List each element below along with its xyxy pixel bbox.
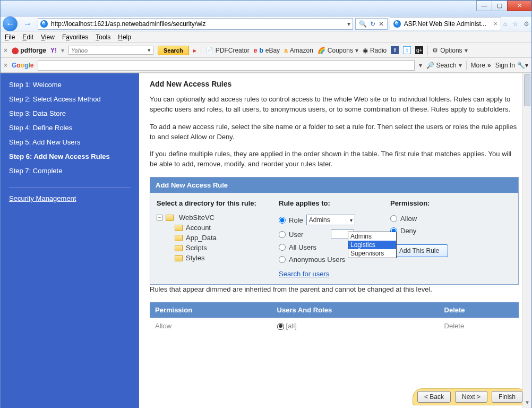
col-permission: Permission (150, 302, 272, 318)
intro-paragraph-1: You can optionally add access rules to c… (150, 95, 519, 115)
menu-view[interactable]: View (41, 33, 55, 41)
next-button[interactable]: Next > (455, 391, 487, 403)
tree-root-label: WebSiteVC (177, 214, 221, 222)
facebook-icon[interactable]: f (391, 46, 399, 54)
stop-button[interactable]: ✕ (379, 20, 384, 28)
role-option-admins[interactable]: Admins (348, 232, 396, 241)
coupons-link[interactable]: 🌈 Coupons (318, 47, 358, 54)
tab-title: ASP.Net Web Site Administ... (404, 20, 486, 28)
tree-node-styles[interactable]: Styles (157, 253, 273, 263)
minimize-button[interactable]: — (476, 1, 492, 11)
twitter-icon[interactable]: t (403, 46, 411, 54)
intro-paragraph-3: If you define multiple rules, they are a… (150, 149, 519, 169)
role-select[interactable]: Admins (306, 215, 355, 225)
finish-button[interactable]: Finish (492, 391, 522, 403)
add-rule-panel: Add New Access Rule Select a directory f… (150, 177, 519, 285)
tab-strip: ASP.Net Web Site Administ... × (390, 18, 501, 30)
ebay-link[interactable]: eb eBay (254, 47, 280, 54)
search-users-link[interactable]: Search for users (279, 270, 329, 278)
step-2[interactable]: Step 2: Select Access Method (1, 92, 139, 106)
maximize-button[interactable]: ▢ (492, 1, 508, 11)
search-icon[interactable]: 🔍 (359, 20, 367, 28)
step-3[interactable]: Step 3: Data Store (1, 106, 139, 121)
browser-tab[interactable]: ASP.Net Web Site Administ... × (390, 18, 501, 30)
deny-label: Deny (400, 227, 416, 235)
scrollbar[interactable]: ▲ ▼ (522, 73, 531, 408)
more-button[interactable]: More » (471, 62, 491, 69)
tree-node-scripts[interactable]: Scripts (157, 243, 273, 253)
step-6[interactable]: Step 6: Add New Access Rules (1, 149, 139, 164)
tree-root[interactable]: − WebSiteVC (157, 212, 273, 223)
menu-file[interactable]: File (5, 33, 15, 41)
titlebar: — ▢ ✕ (1, 1, 531, 16)
scroll-down-icon[interactable]: ▼ (523, 400, 531, 408)
allusers-radio[interactable] (279, 244, 286, 251)
refresh-button[interactable]: ↻ (370, 20, 375, 28)
dropdown-icon[interactable]: ▾ (347, 20, 350, 28)
toolbar-close-icon[interactable]: × (4, 62, 7, 69)
step-5[interactable]: Step 5: Add New Users (1, 135, 139, 149)
dropdown-icon[interactable]: ▾ (419, 62, 422, 69)
col-users-roles: Users And Roles (272, 302, 439, 318)
security-management-link[interactable]: Security Management (1, 191, 139, 206)
directory-label: Select a directory for this rule: (157, 199, 273, 207)
folder-icon (166, 215, 174, 221)
settings-icon[interactable]: ⚙ (524, 20, 529, 28)
role-option-logistics[interactable]: Logistics (348, 241, 396, 249)
cell-delete[interactable]: Delete (439, 318, 519, 334)
radio-link[interactable]: ◉ Radio (363, 47, 387, 54)
signin-button[interactable]: Sign In 🔧▾ (495, 62, 528, 69)
collapse-icon[interactable]: − (157, 215, 162, 220)
browser-navbar: ← → ▾ 🔍 ↻ ✕ ASP.Net Web Site Administ...… (1, 16, 531, 31)
allow-label: Allow (400, 215, 417, 223)
tab-close-icon[interactable]: × (494, 20, 497, 28)
add-rule-button[interactable]: Add This Rule (390, 244, 448, 257)
close-button[interactable]: ✕ (507, 1, 531, 11)
pdfcreator-link[interactable]: 📄 PDFCreator (205, 47, 250, 54)
step-4[interactable]: Step 4: Define Roles (1, 121, 139, 135)
tree-node-appdata[interactable]: App_Data (157, 233, 273, 243)
toolbar-close-icon[interactable]: × (4, 47, 7, 54)
home-icon[interactable]: ⌂ (503, 20, 507, 28)
intro-paragraph-2: To add a new access rule, select the sit… (150, 122, 519, 142)
menu-help[interactable]: Help (118, 33, 131, 41)
permission-label: Permission: (390, 199, 475, 207)
step-7[interactable]: Step 7: Complete (1, 164, 139, 178)
back-button[interactable]: ← (3, 16, 18, 31)
address-bar[interactable]: ▾ (38, 18, 353, 30)
allow-radio[interactable] (390, 215, 397, 222)
yahoo-search-input[interactable]: Yahoo (68, 46, 153, 55)
permission-column: Permission: Allow Deny Add This Rule (390, 199, 475, 278)
tree-node-account[interactable]: Account (157, 223, 273, 233)
menu-edit[interactable]: Edit (22, 33, 33, 41)
directory-tree: − WebSiteVC Account App_Data Scripts Sty… (157, 212, 273, 263)
forward-button[interactable]: → (20, 17, 36, 31)
step-1[interactable]: Step 1: Welcome (1, 78, 139, 92)
yahoo-search-button[interactable]: Search (158, 46, 189, 55)
folder-icon (175, 255, 183, 261)
wizard-nav: < Back Next > Finish (413, 388, 527, 405)
google-search-input[interactable] (38, 60, 414, 71)
options-link[interactable]: ⚙ Options (432, 47, 467, 54)
menu-tools[interactable]: Tools (96, 33, 110, 41)
url-input[interactable] (50, 20, 345, 28)
user-radio[interactable] (279, 231, 286, 238)
menu-favorites[interactable]: Favorites (62, 33, 88, 41)
nav-arrow-icon[interactable]: ▸ (193, 47, 196, 54)
sidebar: Step 1: Welcome Step 2: Select Access Me… (1, 73, 139, 408)
folder-icon (175, 245, 183, 251)
scroll-thumb[interactable] (524, 74, 530, 106)
user-label: User (289, 231, 303, 239)
google-search-button[interactable]: 🔎 Search (426, 62, 462, 69)
favorites-icon[interactable]: ☆ (512, 20, 518, 28)
amazon-link[interactable]: a Amazon (284, 47, 313, 54)
rules-table: Permission Users And Roles Delete Allow … (150, 302, 519, 334)
back-button[interactable]: < Back (417, 391, 451, 403)
directory-column: Select a directory for this rule: − WebS… (157, 199, 273, 278)
pdfforge-toolbar: × ⬤ pdfforge Y! ▾ Yahoo Search ▸ 📄 PDFCr… (1, 43, 531, 58)
anon-radio[interactable] (279, 256, 286, 263)
role-option-supervisors[interactable]: Supervisors (348, 249, 396, 258)
role-radio[interactable] (279, 217, 286, 224)
googleplus-icon[interactable]: g+ (415, 46, 423, 54)
pdfforge-logo[interactable]: ⬤ pdfforge (12, 47, 46, 54)
